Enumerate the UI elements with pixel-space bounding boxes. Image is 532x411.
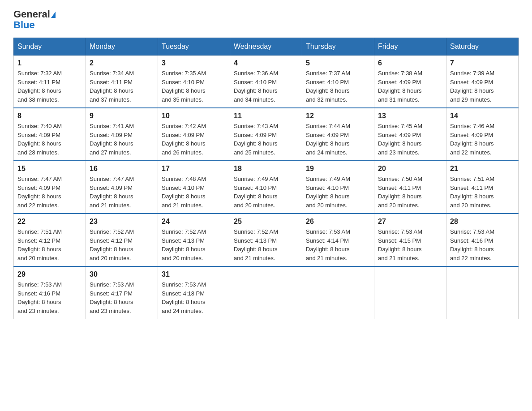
day-number: 31	[162, 270, 226, 278]
day-info: Sunrise: 7:51 AMSunset: 4:11 PMDaylight:…	[450, 175, 515, 210]
calendar-cell: 6Sunrise: 7:38 AMSunset: 4:09 PMDaylight…	[374, 56, 446, 108]
calendar-cell: 14Sunrise: 7:46 AMSunset: 4:09 PMDayligh…	[446, 108, 519, 161]
calendar-cell: 5Sunrise: 7:37 AMSunset: 4:10 PMDaylight…	[302, 56, 374, 108]
calendar-cell: 27Sunrise: 7:53 AMSunset: 4:15 PMDayligh…	[374, 214, 446, 266]
week-row-1: 1Sunrise: 7:32 AMSunset: 4:11 PMDaylight…	[14, 56, 519, 108]
day-number: 15	[17, 165, 82, 173]
day-number: 2	[90, 59, 154, 67]
calendar-cell: 13Sunrise: 7:45 AMSunset: 4:09 PMDayligh…	[374, 108, 446, 161]
day-info: Sunrise: 7:49 AMSunset: 4:10 PMDaylight:…	[234, 175, 298, 210]
day-number: 17	[162, 165, 226, 173]
day-info: Sunrise: 7:53 AMSunset: 4:14 PMDaylight:…	[306, 227, 370, 262]
day-number: 7	[450, 59, 515, 67]
week-row-3: 15Sunrise: 7:47 AMSunset: 4:09 PMDayligh…	[14, 161, 519, 214]
day-number: 5	[306, 59, 370, 67]
logo-blue-text: Blue	[13, 19, 35, 30]
day-info: Sunrise: 7:53 AMSunset: 4:18 PMDaylight:…	[162, 280, 226, 315]
day-info: Sunrise: 7:35 AMSunset: 4:10 PMDaylight:…	[162, 69, 226, 104]
calendar-cell: 16Sunrise: 7:47 AMSunset: 4:09 PMDayligh…	[86, 161, 158, 214]
calendar-cell: 2Sunrise: 7:34 AMSunset: 4:11 PMDaylight…	[86, 56, 158, 108]
calendar-cell: 23Sunrise: 7:52 AMSunset: 4:12 PMDayligh…	[86, 214, 158, 266]
calendar-cell: 18Sunrise: 7:49 AMSunset: 4:10 PMDayligh…	[230, 161, 302, 214]
calendar-cell: 12Sunrise: 7:44 AMSunset: 4:09 PMDayligh…	[302, 108, 374, 161]
day-header-sunday: Sunday	[14, 38, 86, 56]
day-info: Sunrise: 7:48 AMSunset: 4:10 PMDaylight:…	[162, 175, 226, 210]
day-number: 4	[234, 59, 298, 67]
calendar-cell: 7Sunrise: 7:39 AMSunset: 4:09 PMDaylight…	[446, 56, 519, 108]
day-number: 21	[450, 165, 515, 173]
week-row-4: 22Sunrise: 7:51 AMSunset: 4:12 PMDayligh…	[14, 214, 519, 266]
calendar-cell: 26Sunrise: 7:53 AMSunset: 4:14 PMDayligh…	[302, 214, 374, 266]
week-row-2: 8Sunrise: 7:40 AMSunset: 4:09 PMDaylight…	[14, 108, 519, 161]
calendar-cell: 31Sunrise: 7:53 AMSunset: 4:18 PMDayligh…	[158, 266, 230, 319]
day-info: Sunrise: 7:46 AMSunset: 4:09 PMDaylight:…	[450, 122, 515, 157]
calendar-cell: 28Sunrise: 7:53 AMSunset: 4:16 PMDayligh…	[446, 214, 519, 266]
day-header-tuesday: Tuesday	[158, 38, 230, 56]
calendar-cell	[302, 266, 374, 319]
day-number: 30	[90, 270, 154, 278]
logo-text: General	[13, 9, 56, 20]
day-number: 24	[162, 218, 226, 226]
calendar-cell: 30Sunrise: 7:53 AMSunset: 4:17 PMDayligh…	[86, 266, 158, 319]
day-number: 20	[378, 165, 442, 173]
day-info: Sunrise: 7:43 AMSunset: 4:09 PMDaylight:…	[234, 122, 298, 157]
day-number: 6	[378, 59, 442, 67]
day-info: Sunrise: 7:40 AMSunset: 4:09 PMDaylight:…	[17, 122, 82, 157]
day-number: 12	[306, 112, 370, 120]
day-info: Sunrise: 7:32 AMSunset: 4:11 PMDaylight:…	[17, 69, 82, 104]
calendar-table: SundayMondayTuesdayWednesdayThursdayFrid…	[13, 38, 519, 319]
day-number: 26	[306, 218, 370, 226]
day-header-thursday: Thursday	[302, 38, 374, 56]
page-header: General Blue	[13, 9, 519, 30]
logo: General Blue	[13, 9, 56, 30]
day-number: 1	[17, 59, 82, 67]
calendar-cell: 3Sunrise: 7:35 AMSunset: 4:10 PMDaylight…	[158, 56, 230, 108]
calendar-cell	[230, 266, 302, 319]
day-info: Sunrise: 7:53 AMSunset: 4:16 PMDaylight:…	[17, 280, 82, 315]
day-info: Sunrise: 7:39 AMSunset: 4:09 PMDaylight:…	[450, 69, 515, 104]
calendar-cell: 20Sunrise: 7:50 AMSunset: 4:11 PMDayligh…	[374, 161, 446, 214]
day-header-friday: Friday	[374, 38, 446, 56]
day-number: 10	[162, 112, 226, 120]
day-info: Sunrise: 7:49 AMSunset: 4:10 PMDaylight:…	[306, 175, 370, 210]
day-number: 23	[90, 218, 154, 226]
day-info: Sunrise: 7:53 AMSunset: 4:15 PMDaylight:…	[378, 227, 442, 262]
calendar-cell: 9Sunrise: 7:41 AMSunset: 4:09 PMDaylight…	[86, 108, 158, 161]
day-info: Sunrise: 7:37 AMSunset: 4:10 PMDaylight:…	[306, 69, 370, 104]
day-info: Sunrise: 7:47 AMSunset: 4:09 PMDaylight:…	[17, 175, 82, 210]
calendar-cell	[374, 266, 446, 319]
day-number: 29	[17, 270, 82, 278]
day-number: 14	[450, 112, 515, 120]
day-number: 28	[450, 218, 515, 226]
day-info: Sunrise: 7:52 AMSunset: 4:13 PMDaylight:…	[162, 227, 226, 262]
calendar-cell: 25Sunrise: 7:52 AMSunset: 4:13 PMDayligh…	[230, 214, 302, 266]
calendar-cell: 17Sunrise: 7:48 AMSunset: 4:10 PMDayligh…	[158, 161, 230, 214]
day-info: Sunrise: 7:50 AMSunset: 4:11 PMDaylight:…	[378, 175, 442, 210]
calendar-cell: 4Sunrise: 7:36 AMSunset: 4:10 PMDaylight…	[230, 56, 302, 108]
day-info: Sunrise: 7:53 AMSunset: 4:16 PMDaylight:…	[450, 227, 515, 262]
calendar-cell: 11Sunrise: 7:43 AMSunset: 4:09 PMDayligh…	[230, 108, 302, 161]
day-number: 3	[162, 59, 226, 67]
day-number: 8	[17, 112, 82, 120]
day-info: Sunrise: 7:44 AMSunset: 4:09 PMDaylight:…	[306, 122, 370, 157]
week-row-5: 29Sunrise: 7:53 AMSunset: 4:16 PMDayligh…	[14, 266, 519, 319]
day-info: Sunrise: 7:53 AMSunset: 4:17 PMDaylight:…	[90, 280, 154, 315]
day-info: Sunrise: 7:51 AMSunset: 4:12 PMDaylight:…	[17, 227, 82, 262]
calendar-cell	[446, 266, 519, 319]
calendar-cell: 24Sunrise: 7:52 AMSunset: 4:13 PMDayligh…	[158, 214, 230, 266]
calendar-cell: 21Sunrise: 7:51 AMSunset: 4:11 PMDayligh…	[446, 161, 519, 214]
day-number: 9	[90, 112, 154, 120]
day-info: Sunrise: 7:42 AMSunset: 4:09 PMDaylight:…	[162, 122, 226, 157]
calendar-cell: 1Sunrise: 7:32 AMSunset: 4:11 PMDaylight…	[14, 56, 86, 108]
calendar-cell: 8Sunrise: 7:40 AMSunset: 4:09 PMDaylight…	[14, 108, 86, 161]
day-info: Sunrise: 7:45 AMSunset: 4:09 PMDaylight:…	[378, 122, 442, 157]
calendar-cell: 10Sunrise: 7:42 AMSunset: 4:09 PMDayligh…	[158, 108, 230, 161]
day-number: 13	[378, 112, 442, 120]
calendar-cell: 15Sunrise: 7:47 AMSunset: 4:09 PMDayligh…	[14, 161, 86, 214]
calendar-cell: 29Sunrise: 7:53 AMSunset: 4:16 PMDayligh…	[14, 266, 86, 319]
day-info: Sunrise: 7:38 AMSunset: 4:09 PMDaylight:…	[378, 69, 442, 104]
day-number: 16	[90, 165, 154, 173]
day-header-saturday: Saturday	[446, 38, 519, 56]
day-info: Sunrise: 7:34 AMSunset: 4:11 PMDaylight:…	[90, 69, 154, 104]
day-info: Sunrise: 7:52 AMSunset: 4:13 PMDaylight:…	[234, 227, 298, 262]
